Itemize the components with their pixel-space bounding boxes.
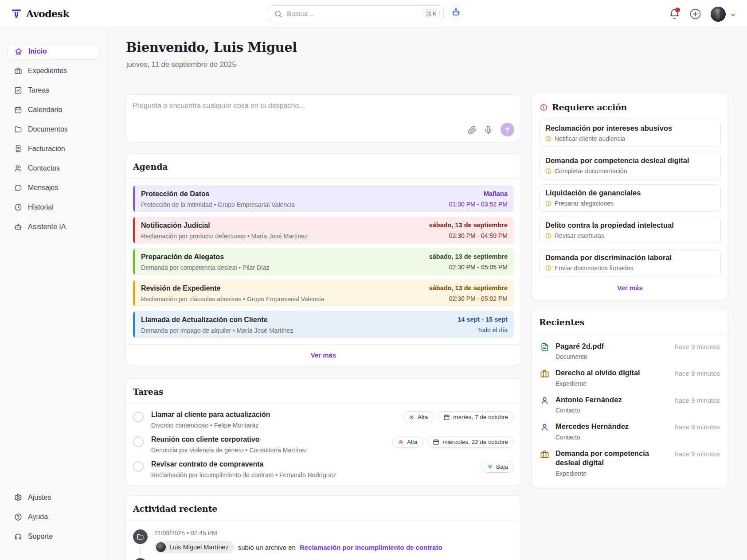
activity-user-name: Luis Miguel Martínez <box>169 544 229 551</box>
sidebar-item-inicio[interactable]: Inicio <box>8 43 99 60</box>
recent-item[interactable]: Mercedes Hernández Contacto hace 9 minut… <box>540 422 720 440</box>
search-placeholder: Buscar... <box>287 10 418 18</box>
user-menu-chevron-icon[interactable] <box>729 11 737 19</box>
sidebar: InicioExpedientesTareasCalendarioDocumen… <box>0 27 107 560</box>
sidebar-nav: InicioExpedientesTareasCalendarioDocumen… <box>0 43 107 235</box>
home-icon <box>15 47 23 55</box>
activity-user-chip[interactable]: Luis Miguel Martínez <box>154 541 234 553</box>
event-date: sábado, 13 de septiembre <box>429 222 508 229</box>
search-input[interactable]: Buscar... ⌘ K <box>268 5 444 22</box>
app-logo[interactable]: Avodesk <box>11 0 69 27</box>
recent-activity-card: Actividad reciente 11/09/2025 • 02:45 PM… <box>125 495 521 560</box>
calendar-icon <box>14 106 22 114</box>
task-title: Reunión con cliente corporativo <box>151 436 307 443</box>
recent-item-time: hace 9 minutos <box>675 342 720 350</box>
agenda-event[interactable]: Preparación de Alegatos Demanda por comp… <box>133 248 514 275</box>
task-checkbox[interactable] <box>133 461 144 472</box>
event-date: Mañana <box>449 190 508 197</box>
microphone-button[interactable] <box>484 125 493 135</box>
sidebar-item-ayuda[interactable]: Ayuda <box>8 509 99 525</box>
person-icon <box>540 423 549 432</box>
event-time: Todo el día <box>458 327 508 334</box>
sidebar-item-expedientes[interactable]: Expedientes <box>8 62 99 79</box>
sidebar-item-asistente-ia[interactable]: Asistente IA <box>8 218 99 235</box>
warning-clock-icon <box>545 168 551 174</box>
event-time: 02:30 PM - 05:05 PM <box>429 264 508 271</box>
ai-assistant-button[interactable] <box>449 5 463 20</box>
event-title: Llamada de Actualización con Cliente <box>141 316 508 324</box>
recent-item-title: Antonio Fernández <box>555 395 622 404</box>
requires-action-see-more-link[interactable]: Ver más <box>617 284 643 292</box>
attach-file-button[interactable] <box>468 125 477 135</box>
event-when: 14 sept - 15 septTodo el día <box>458 316 508 334</box>
sidebar-item-label: Mensajes <box>28 184 58 192</box>
sidebar-item-label: Contactos <box>28 164 60 172</box>
recent-item[interactable]: Derecho al olvido digital Expediente hac… <box>540 368 720 387</box>
send-button[interactable] <box>501 123 514 136</box>
user-chip-avatar <box>156 542 166 552</box>
recent-item[interactable]: Pagaré 2d.pdf Documento hace 9 minutos <box>540 342 720 360</box>
arrow-up-icon <box>504 126 511 133</box>
task-detail: Denuncia por violencia de género • Consu… <box>151 447 307 454</box>
create-new-button[interactable] <box>689 8 701 20</box>
recent-item[interactable]: Antonio Fernández Contacto hace 9 minuto… <box>540 395 720 414</box>
agenda-event[interactable]: Notificación Judicial Reclamación por pr… <box>133 217 514 244</box>
sidebar-item-contactos[interactable]: Contactos <box>8 160 99 177</box>
action-item-title: Reclamación por intereses abusivos <box>545 124 715 132</box>
sidebar-item-facturacion[interactable]: Facturación <box>8 140 99 157</box>
warning-clock-icon <box>545 265 551 271</box>
recent-item[interactable]: Demanda por competencia desleal digital … <box>540 449 720 477</box>
page-date: jueves, 11 de septiembre de 2025 <box>126 60 236 69</box>
sidebar-footer: AjustesAyudaSoporte <box>0 489 107 548</box>
action-required-item[interactable]: Demanda por discriminación laboral Envia… <box>539 249 721 276</box>
action-required-item[interactable]: Reclamación por intereses abusivos Notif… <box>539 120 721 147</box>
plus-circle-icon <box>689 8 701 20</box>
recents-list: Pagaré 2d.pdf Documento hace 9 minutos D… <box>532 334 728 488</box>
activity-title: Actividad reciente <box>126 496 521 521</box>
agenda-event[interactable]: Revisión de Expediente Reclamación por c… <box>133 280 514 307</box>
briefcase-icon <box>540 369 549 378</box>
sidebar-item-calendario[interactable]: Calendario <box>8 101 99 118</box>
task-item: Reunión con cliente corporativo Denuncia… <box>133 436 514 454</box>
event-when: Mañana01:30 PM - 03:52 PM <box>449 190 508 208</box>
action-item-subtitle: Preparar alegaciones <box>555 200 614 207</box>
event-date: sábado, 13 de septiembre <box>429 253 508 260</box>
prompt-input[interactable]: Pregunta o encuentra cualquier cosa en t… <box>133 102 305 110</box>
sidebar-item-tareas[interactable]: Tareas <box>8 82 99 99</box>
recent-item-type: Expediente <box>555 380 640 387</box>
sidebar-item-soporte[interactable]: Soporte <box>8 528 99 545</box>
sidebar-item-label: Inicio <box>28 47 47 55</box>
event-time: 02:30 PM - 04:59 PM <box>429 232 508 239</box>
user-avatar[interactable] <box>711 7 726 22</box>
sidebar-item-label: Ayuda <box>28 513 48 521</box>
action-required-item[interactable]: Liquidación de gananciales Preparar aleg… <box>539 184 721 212</box>
recent-item-title: Derecho al olvido digital <box>555 368 640 377</box>
task-checkbox[interactable] <box>133 412 144 422</box>
task-title: Revisar contrato de compraventa <box>151 460 336 468</box>
sidebar-item-historial[interactable]: Historial <box>8 199 99 216</box>
agenda-see-more-link[interactable]: Ver más <box>311 351 336 359</box>
headphones-icon <box>14 533 22 541</box>
recent-item-title: Pagaré 2d.pdf <box>555 342 604 351</box>
sidebar-item-label: Asistente IA <box>28 223 66 231</box>
gear-icon <box>14 494 22 502</box>
recent-item-title: Demanda por competencia desleal digital <box>555 449 666 468</box>
agenda-event[interactable]: Llamada de Actualización con Cliente Dem… <box>133 311 514 338</box>
activity-target-link[interactable]: Reclamación por incumplimiento de contra… <box>300 544 442 551</box>
timeline-connector <box>140 546 141 557</box>
priority-badge: Alta <box>403 411 434 423</box>
sidebar-item-ajustes[interactable]: Ajustes <box>8 489 99 506</box>
action-required-item[interactable]: Delito contra la propiedad intelectual R… <box>539 217 721 244</box>
event-when: sábado, 13 de septiembre02:30 PM - 05:05… <box>429 253 508 271</box>
sidebar-item-mensajes[interactable]: Mensajes <box>8 179 99 196</box>
agenda-event[interactable]: Protección de Datos Protección de la int… <box>133 185 514 212</box>
calendar-icon <box>443 414 450 420</box>
task-checkbox[interactable] <box>133 436 144 447</box>
action-required-item[interactable]: Demanda por competencia desleal digital … <box>539 152 721 179</box>
task-item: Revisar contrato de compraventa Reclamac… <box>133 460 514 478</box>
sidebar-item-label: Expedientes <box>28 67 67 75</box>
warning-clock-icon <box>545 136 551 142</box>
sidebar-item-documentos[interactable]: Documentos <box>8 121 99 138</box>
sidebar-item-label: Tareas <box>28 86 49 94</box>
document-icon <box>540 342 549 352</box>
